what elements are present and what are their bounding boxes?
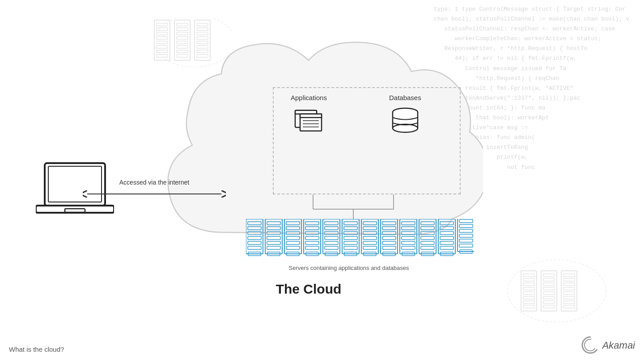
svg-rect-41 — [543, 283, 555, 286]
svg-rect-10 — [177, 23, 188, 26]
svg-rect-74 — [248, 227, 261, 230]
svg-rect-44 — [543, 296, 555, 299]
akamai-text: Akamai — [602, 340, 635, 351]
svg-rect-1 — [157, 23, 168, 26]
svg-rect-51 — [564, 287, 575, 290]
svg-rect-73 — [248, 222, 261, 225]
svg-rect-77 — [248, 241, 261, 244]
svg-rect-43 — [543, 292, 555, 295]
svg-rect-40 — [543, 278, 555, 281]
svg-rect-83 — [65, 209, 85, 212]
svg-rect-50 — [564, 283, 575, 286]
applications-icon — [293, 105, 324, 134]
akamai-icon — [580, 335, 601, 355]
cloud-title: The Cloud — [134, 282, 483, 297]
decorative-servers-bottom-right — [505, 257, 608, 326]
svg-rect-48 — [564, 274, 575, 277]
internet-arrow: Accessed via the internet — [83, 179, 226, 200]
svg-rect-75 — [248, 232, 261, 235]
svg-rect-52 — [564, 292, 575, 295]
databases-icon — [390, 105, 421, 136]
svg-point-86 — [585, 339, 596, 351]
server-row — [246, 219, 474, 257]
svg-rect-76 — [248, 236, 261, 240]
svg-point-67 — [393, 124, 418, 132]
arrow-svg — [83, 188, 226, 200]
svg-rect-59 — [300, 114, 322, 118]
svg-rect-36 — [523, 301, 534, 303]
svg-rect-53 — [564, 296, 575, 299]
svg-rect-42 — [543, 287, 555, 290]
svg-rect-55 — [564, 305, 575, 308]
svg-rect-49 — [564, 278, 575, 281]
databases-section: Databases — [389, 94, 421, 136]
applications-section: Applications — [291, 94, 327, 134]
arrow-text: Accessed via the internet — [119, 179, 189, 186]
applications-label: Applications — [291, 94, 327, 101]
blue-servers-svg — [246, 219, 474, 257]
svg-rect-34 — [523, 292, 534, 295]
databases-label: Databases — [389, 94, 421, 101]
svg-rect-78 — [248, 246, 261, 249]
svg-rect-30 — [523, 274, 534, 277]
svg-rect-39 — [543, 274, 555, 277]
svg-rect-46 — [543, 305, 555, 308]
svg-rect-35 — [523, 296, 534, 299]
svg-rect-32 — [523, 283, 534, 286]
svg-rect-45 — [543, 301, 555, 303]
svg-rect-19 — [197, 23, 208, 26]
servers-label: Servers containing applications and data… — [224, 264, 474, 272]
svg-rect-37 — [523, 305, 534, 308]
akamai-logo: Akamai — [580, 335, 635, 355]
svg-rect-33 — [523, 287, 534, 290]
page-footer-label: What is the cloud? — [9, 345, 64, 353]
svg-rect-54 — [564, 301, 575, 303]
svg-rect-31 — [523, 278, 534, 281]
